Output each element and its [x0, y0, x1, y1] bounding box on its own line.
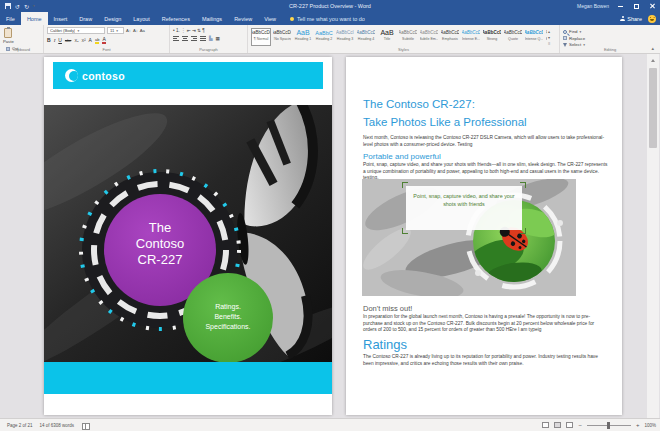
zoom-out-button[interactable]: − [578, 422, 582, 428]
editing-group: Find▾ Replace Select▾ Editing ▴ [560, 25, 660, 53]
font-size-value: 11 [110, 28, 114, 33]
change-case-button[interactable]: Aa [140, 28, 145, 33]
style-title[interactable]: AaBTitle [377, 28, 397, 46]
style-heading-3[interactable]: AaBbCcIHeading 3 [335, 28, 355, 46]
style-heading-1[interactable]: AaBHeading 1 [293, 28, 313, 46]
find-button[interactable]: Find▾ [563, 29, 657, 34]
viewfinder-corner-icon [520, 228, 526, 234]
ratings-paragraph[interactable]: The Contoso CR-227 is already living up … [363, 354, 609, 367]
paste-clipboard-icon [4, 28, 12, 38]
line-spacing-button[interactable]: ▙ [209, 36, 213, 41]
page-1[interactable]: contoso [44, 57, 332, 415]
superscript-button[interactable]: X² [82, 38, 86, 43]
tab-file[interactable]: File [0, 12, 21, 25]
undo-icon[interactable]: ↺ [15, 3, 20, 10]
strikethrough-button[interactable]: abc [65, 38, 71, 43]
presale-paragraph[interactable]: In preparation for the global launch nex… [363, 314, 609, 334]
style-subtle-reference[interactable]: AaBbCcDSubtle Ref... [545, 28, 547, 46]
redo-icon[interactable]: ↻ [24, 3, 29, 10]
styles-group-label: Styles [248, 47, 559, 52]
style-subtitle[interactable]: AaBbCcDSubtitle [398, 28, 418, 46]
print-layout-button[interactable] [554, 422, 561, 428]
share-button[interactable]: Share [620, 16, 642, 22]
shrink-font-button[interactable]: A↓ [133, 28, 138, 33]
tab-home[interactable]: Home [21, 12, 48, 25]
bold-button[interactable]: B [47, 37, 51, 43]
feedback-smiley-icon[interactable] [648, 15, 656, 23]
style-strong[interactable]: AaBbCcDStrong [482, 28, 502, 46]
font-name-combo[interactable]: Calibri (Body) ▾ [47, 27, 105, 34]
tab-view[interactable]: View [258, 12, 282, 25]
vertical-scrollbar[interactable] [647, 54, 659, 418]
word-count[interactable]: 14 of 6308 words [40, 423, 75, 428]
tab-draw[interactable]: Draw [73, 12, 98, 25]
style-heading-4[interactable]: AaBbCcDHeading 4 [356, 28, 376, 46]
font-size-combo[interactable]: 11 ▾ [107, 27, 124, 34]
ladybug-photo[interactable]: Point, snap, capture video, and share yo… [362, 179, 576, 296]
style-heading-2[interactable]: AaBbCHeading 2 [314, 28, 334, 46]
title-line-3: CR-227 [104, 252, 216, 268]
zoom-slider-handle[interactable] [607, 422, 610, 429]
align-left-button[interactable] [173, 36, 179, 41]
tab-mailings[interactable]: Mailings [196, 12, 228, 25]
style-normal[interactable]: AaBbCcDd¶ Normal [251, 28, 271, 46]
align-center-button[interactable] [182, 36, 188, 41]
justify-button[interactable] [200, 36, 206, 41]
tab-insert[interactable]: Insert [48, 12, 74, 25]
close-button[interactable] [648, 2, 657, 11]
tab-layout[interactable]: Layout [127, 12, 156, 25]
dont-miss-heading[interactable]: Don't miss out! [363, 304, 609, 313]
scrollbar-thumb[interactable] [649, 68, 657, 148]
style-quote[interactable]: AaBbCcDQuote [503, 28, 523, 46]
qat-dropdown-icon[interactable]: ▾ [33, 4, 35, 8]
zoom-in-button[interactable]: + [636, 422, 640, 428]
tell-me-box[interactable]: Tell me what you want to do [290, 12, 365, 25]
text-effects-button[interactable]: A [89, 37, 92, 43]
grow-font-button[interactable]: A↑ [126, 28, 131, 33]
style-subtle-emphasis[interactable]: AaBbCcDSubtle Em... [419, 28, 439, 46]
page-indicator[interactable]: Page 2 of 21 [7, 423, 33, 428]
save-icon[interactable] [5, 3, 11, 9]
replace-button[interactable]: Replace [563, 36, 657, 41]
tab-design[interactable]: Design [98, 12, 127, 25]
read-mode-button[interactable] [542, 422, 549, 428]
style-no-spacing[interactable]: AaBbCcDd¶ No Spacing [272, 28, 292, 46]
align-right-button[interactable] [191, 36, 197, 41]
style-emphasis[interactable]: AaBbCcDEmphasis [440, 28, 460, 46]
maximize-button[interactable] [632, 2, 641, 11]
web-layout-button[interactable] [566, 422, 573, 428]
style-intense-quote[interactable]: AaBbCcDIntense Q... [524, 28, 544, 46]
style-intense-emphasis[interactable]: AaBbCcDIntense E... [461, 28, 481, 46]
paragraph-buttons-row[interactable]: • 1. ⋮ ⇤ ⇥ ⇅ ¶ [173, 28, 205, 33]
tab-review[interactable]: Review [228, 12, 258, 25]
paste-button[interactable]: Paste [3, 28, 14, 44]
minimize-button[interactable] [616, 2, 625, 11]
subscript-button[interactable]: X₂ [74, 38, 78, 43]
document-heading[interactable]: The Contoso CR-227: Take Photos Like a P… [363, 95, 609, 131]
styles-gallery-down-icon[interactable]: ▾ [548, 35, 550, 40]
scroll-up-icon[interactable] [647, 54, 659, 66]
page-2[interactable]: The Contoso CR-227: Take Photos Like a P… [346, 57, 622, 415]
borders-button[interactable]: ▦ [216, 36, 220, 41]
collapse-ribbon-icon[interactable]: ▴ [651, 45, 654, 51]
underline-button[interactable]: U [58, 37, 62, 43]
word-window: ↺ ↻ ▾ CR-227 Product Overview - Word Meg… [0, 0, 660, 431]
zoom-slider[interactable] [587, 425, 631, 426]
styles-gallery-up-icon[interactable]: ▴ [548, 29, 550, 34]
portable-heading[interactable]: Portable and powerful [363, 152, 609, 161]
proofing-book-icon[interactable] [82, 423, 89, 428]
clipboard-group: Paste Cut Copy Format Painter Clipboard [0, 25, 44, 53]
font-color-button[interactable]: A [102, 36, 105, 44]
topics-circle[interactable]: Ratings. Benefits. Specifications. [183, 273, 273, 363]
italic-button[interactable]: I [54, 38, 56, 43]
signed-in-user[interactable]: Megan Bowen [577, 3, 609, 9]
intro-paragraph[interactable]: Next month, Contoso is releasing the Con… [363, 135, 609, 148]
highlight-color-button[interactable]: ab [95, 37, 99, 44]
chevron-down-icon: ▾ [77, 29, 79, 33]
photo-caption-box[interactable]: Point, snap, capture video, and share yo… [406, 186, 522, 230]
ratings-heading[interactable]: Ratings [363, 337, 609, 352]
tab-references[interactable]: References [156, 12, 196, 25]
zoom-percentage[interactable]: 100% [644, 423, 656, 428]
styles-gallery-more-icon[interactable]: ≡ [548, 41, 550, 46]
document-canvas[interactable]: contoso [0, 54, 660, 418]
